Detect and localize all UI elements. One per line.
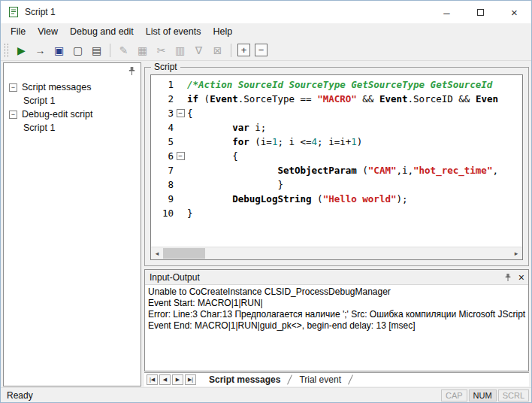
line-number: 6 (151, 149, 174, 163)
menu-item-list-of-events[interactable]: List of events (140, 25, 207, 38)
fold-toggle-icon[interactable]: − (174, 149, 187, 163)
code-text: var i; (187, 120, 522, 135)
status-indicator-num: NUM (469, 389, 497, 401)
font-increase-button[interactable]: + (237, 44, 250, 56)
tab-nav-last-button[interactable]: ▶| (185, 374, 196, 385)
io-header-icons: × (504, 272, 524, 283)
code-text: { (187, 106, 522, 120)
code-text: } (187, 177, 522, 192)
window-controls: – × (430, 1, 531, 23)
fold-gutter (174, 192, 187, 206)
new-script-button[interactable]: ▢ (69, 42, 86, 59)
output-line: Event Start: MACRO|1|RUN| (148, 298, 525, 309)
status-indicators: CAPNUMSCRL (441, 389, 529, 401)
menu-item-help[interactable]: Help (207, 25, 238, 38)
app-window: Script 1 – × FileViewDebug and editList … (0, 0, 532, 403)
horizontal-scrollbar[interactable]: ◂ ▸ (151, 247, 522, 259)
fold-gutter (174, 206, 187, 220)
code-text: for (i=1; i <=4; i=i+1) (187, 135, 522, 149)
status-indicator-scrl: SCRL (498, 389, 529, 401)
code-line[interactable]: 3−{ (151, 106, 522, 120)
tab-script-messages[interactable]: Script messages (201, 373, 288, 386)
minimize-button[interactable]: – (430, 1, 464, 23)
scrollbar-thumb[interactable] (163, 248, 205, 259)
code-text: /*Action SourceId SourceType GetSourceTy… (187, 77, 522, 92)
fold-toggle-icon[interactable]: − (174, 106, 187, 120)
code-line[interactable]: 4var i; (151, 120, 522, 135)
io-panel: Input-Output × Unable to CoCreateInstanc… (144, 269, 529, 371)
script-group: Script 1/*Action SourceId SourceType Get… (144, 67, 529, 266)
fold-gutter (174, 92, 187, 106)
scrollbar-track[interactable] (163, 247, 510, 259)
tab-bar: |◀◀▶▶| Script messagesTrial event (144, 372, 529, 386)
io-close-icon[interactable]: × (518, 272, 524, 283)
tab-strip: Script messagesTrial event (201, 373, 352, 386)
tree: −Script messagesScript 1−Debug-edit scri… (4, 63, 141, 135)
run-script-button[interactable]: ▶ (13, 42, 30, 59)
menu-item-debug-and-edit[interactable]: Debug and edit (64, 25, 140, 38)
code-text: SetObjectParam ("CAM",i,"hot_rec_time", (187, 163, 522, 177)
tab-separator (348, 374, 353, 384)
tab-nav-next-button[interactable]: ▶ (172, 374, 183, 385)
main-area: −Script messagesScript 1−Debug-edit scri… (1, 61, 531, 387)
tree-node-script-messages[interactable]: −Script messages (4, 80, 141, 94)
load-script-button[interactable]: → (32, 42, 49, 59)
edit-mode-button: ✎ (115, 42, 132, 59)
code-line[interactable]: 9DebugLogString ("Hello world"); (151, 192, 522, 206)
code-text: } (187, 206, 522, 220)
line-number: 3 (151, 106, 174, 120)
tab-nav-first-button[interactable]: |◀ (147, 374, 158, 385)
menu-bar: FileViewDebug and editList of eventsHelp (1, 23, 531, 40)
output-line: Error: Line:3 Char:13 Предполагается нал… (148, 309, 525, 320)
code-line[interactable]: 2if (Event.SorceType == "MACRO" && Event… (151, 92, 522, 106)
menu-item-view[interactable]: View (32, 25, 64, 38)
collapse-toggle-icon[interactable]: − (9, 111, 17, 119)
io-title: Input-Output (150, 272, 200, 283)
scroll-left-button[interactable]: ◂ (151, 247, 163, 259)
maximize-button[interactable] (464, 1, 497, 23)
toolbar-grip[interactable] (5, 44, 8, 57)
scroll-right-button[interactable]: ▸ (510, 247, 522, 259)
line-number: 4 (151, 120, 174, 135)
code-line[interactable]: 10} (151, 206, 522, 220)
io-header: Input-Output × (145, 270, 528, 285)
line-number: 2 (151, 92, 174, 106)
script-tree-panel: −Script messagesScript 1−Debug-edit scri… (3, 62, 141, 386)
fold-gutter (174, 120, 187, 135)
copy-button: ▥ (171, 42, 189, 59)
filter-button: ∇ (190, 42, 207, 59)
app-icon (8, 6, 20, 18)
save-script-button[interactable]: ▣ (50, 42, 68, 59)
pin-icon[interactable] (128, 66, 136, 76)
code-line[interactable]: 5for (i=1; i <=4; i=i+1) (151, 135, 522, 149)
tree-leaf-script-1[interactable]: Script 1 (4, 121, 141, 135)
code-line[interactable]: 6−{ (151, 149, 522, 163)
font-decrease-button[interactable]: − (255, 44, 268, 56)
script-editor[interactable]: 1/*Action SourceId SourceType GetSourceT… (150, 74, 523, 260)
fold-gutter (174, 77, 187, 92)
io-pin-icon[interactable] (504, 273, 512, 282)
close-button[interactable]: × (497, 1, 531, 23)
code-line[interactable]: 1/*Action SourceId SourceType GetSourceT… (151, 77, 522, 92)
menu-item-file[interactable]: File (5, 25, 32, 38)
line-number: 10 (151, 206, 174, 220)
tab-trial-event[interactable]: Trial event (292, 373, 349, 386)
tree-node-debug-edit-script[interactable]: −Debug-edit script (4, 108, 141, 121)
tree-leaf-script-1[interactable]: Script 1 (4, 94, 141, 108)
collapse-toggle-icon[interactable]: − (9, 83, 17, 92)
toolbar-separator (110, 44, 110, 57)
code-line[interactable]: 7SetObjectParam ("CAM",i,"hot_rec_time", (151, 163, 522, 177)
editor-lines: 1/*Action SourceId SourceType GetSourceT… (151, 75, 522, 247)
right-column: Script 1/*Action SourceId SourceType Get… (141, 62, 529, 386)
toolbar-separator (231, 44, 231, 57)
script-list-button[interactable]: ▤ (88, 42, 105, 59)
output-line: Unable to CoCreateInstance CLSID_Process… (148, 286, 525, 298)
code-line[interactable]: 8} (151, 177, 522, 192)
output-line: Event End: MACRO|1|RUN|guid_pk<>, begin-… (148, 320, 525, 332)
code-text: if (Event.SorceType == "MACRO" && Event.… (187, 92, 522, 106)
script-group-title: Script (151, 62, 180, 72)
delete-button: ⊠ (209, 42, 226, 59)
io-body: Unable to CoCreateInstance CLSID_Process… (145, 285, 528, 371)
tab-nav-prev-button[interactable]: ◀ (159, 374, 171, 385)
cut-button: ✂ (153, 42, 170, 59)
